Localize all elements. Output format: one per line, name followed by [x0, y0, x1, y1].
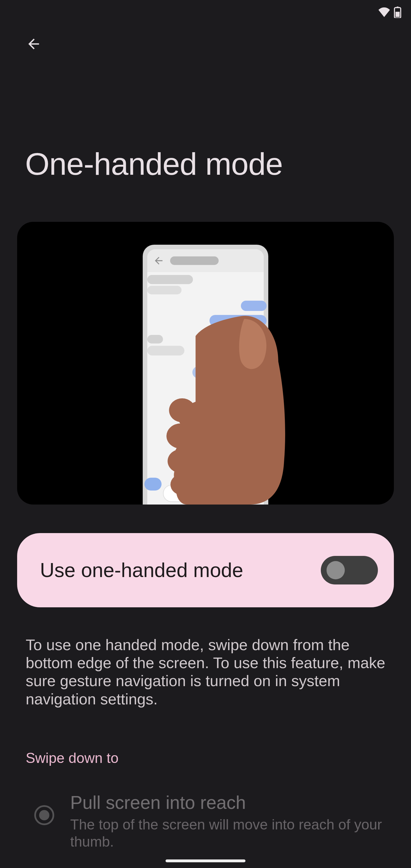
primary-toggle-switch[interactable]: [321, 556, 378, 585]
option-pull-screen[interactable]: Pull screen into reach The top of the sc…: [34, 792, 394, 850]
arrow-back-icon: [26, 36, 42, 53]
app-bar: [0, 26, 411, 63]
battery-icon: [394, 6, 401, 19]
feature-description: To use one handed mode, swipe down from …: [26, 636, 385, 708]
gesture-nav-pill[interactable]: [165, 860, 246, 862]
option-subtitle: The top of the screen will move into rea…: [70, 816, 394, 850]
option-title: Pull screen into reach: [70, 792, 394, 813]
svg-point-6: [170, 474, 195, 495]
status-bar: [0, 0, 411, 26]
feature-illustration: [17, 222, 394, 504]
wifi-icon: [378, 7, 390, 18]
page-title: One-handed mode: [0, 63, 411, 182]
svg-point-3: [169, 398, 195, 422]
svg-point-4: [166, 424, 195, 448]
illustration-hand: [101, 268, 318, 504]
section-header-swipe-down-to: Swipe down to: [26, 750, 411, 766]
back-button[interactable]: [20, 31, 48, 58]
illustration-back-icon: [153, 255, 164, 267]
svg-rect-2: [396, 12, 400, 17]
primary-toggle-label: Use one-handed mode: [40, 559, 243, 582]
radio-selected-icon: [34, 805, 54, 825]
primary-toggle-card[interactable]: Use one-handed mode: [17, 533, 394, 607]
svg-point-5: [167, 449, 195, 473]
